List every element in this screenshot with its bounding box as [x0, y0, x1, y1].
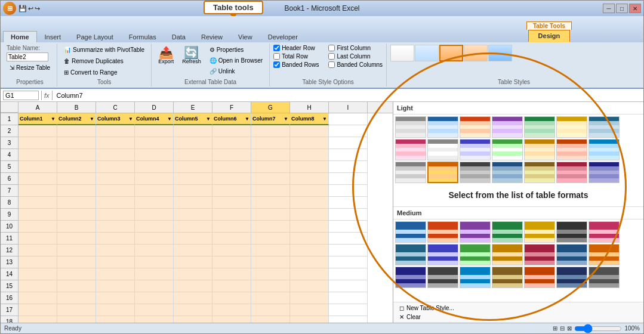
row-header-8[interactable]: 8: [1, 197, 18, 209]
cell-8-4[interactable]: [135, 197, 174, 209]
row-header-9[interactable]: 9: [1, 209, 18, 221]
first-column-check[interactable]: First Column: [328, 45, 383, 51]
col-header-E[interactable]: E: [174, 102, 212, 113]
ts-swatch[interactable]: [460, 116, 491, 138]
open-browser-btn[interactable]: 🌐 Open in Browser: [207, 55, 266, 66]
office-button[interactable]: ⊞: [3, 2, 16, 15]
ts-swatch[interactable]: [492, 267, 523, 288]
cell-7-9[interactable]: [329, 185, 368, 197]
cell-11-9[interactable]: [329, 233, 368, 245]
cell-4-2[interactable]: [57, 149, 96, 161]
cell-8-3[interactable]: [96, 197, 135, 209]
cell-16-3[interactable]: [96, 292, 135, 304]
cell-6-2[interactable]: [57, 173, 96, 185]
style-swatch-4[interactable]: [464, 45, 488, 61]
cell-11-1[interactable]: [19, 233, 57, 245]
tab-design[interactable]: Design: [528, 30, 571, 42]
tab-page-layout[interactable]: Page Layout: [69, 31, 121, 42]
cell-1-4[interactable]: Column4▼: [135, 113, 174, 125]
tab-data[interactable]: Data: [164, 31, 193, 42]
summarize-pivottable-btn[interactable]: 📊 Summarize with PivotTable: [61, 45, 147, 55]
cell-1-1[interactable]: Column1▼: [19, 113, 57, 125]
row-header-13[interactable]: 13: [1, 256, 18, 268]
cell-17-7[interactable]: [251, 304, 290, 316]
cell-14-1[interactable]: [19, 268, 57, 280]
row-header-12[interactable]: 12: [1, 245, 18, 256]
cell-10-4[interactable]: [135, 221, 174, 233]
cell-3-2[interactable]: [57, 137, 96, 149]
row-header-6[interactable]: 6: [1, 173, 18, 185]
cell-9-4[interactable]: [135, 209, 174, 221]
cell-14-5[interactable]: [174, 268, 212, 280]
undo-icon[interactable]: ↩: [28, 5, 33, 13]
cell-6-5[interactable]: [174, 173, 212, 185]
cell-15-6[interactable]: [212, 280, 251, 292]
cell-13-5[interactable]: [174, 256, 212, 268]
cell-2-7[interactable]: [251, 125, 290, 137]
cell-14-2[interactable]: [57, 268, 96, 280]
cell-16-6[interactable]: [212, 292, 251, 304]
col-header-H[interactable]: H: [290, 102, 329, 113]
cell-12-3[interactable]: [96, 245, 135, 256]
cell-9-3[interactable]: [96, 209, 135, 221]
normal-view-btn[interactable]: ⊞: [553, 325, 557, 332]
cell-11-6[interactable]: [212, 233, 251, 245]
row-header-7[interactable]: 7: [1, 185, 18, 197]
ts-swatch[interactable]: [395, 267, 426, 288]
col-header-F[interactable]: F: [212, 102, 251, 113]
cell-18-8[interactable]: [290, 316, 329, 323]
cell-9-1[interactable]: [19, 209, 57, 221]
style-swatch-selected[interactable]: [439, 45, 463, 61]
cell-2-4[interactable]: [135, 125, 174, 137]
cell-7-5[interactable]: [174, 185, 212, 197]
ts-swatch[interactable]: [556, 139, 587, 160]
cell-2-2[interactable]: [57, 125, 96, 137]
save-icon[interactable]: 💾: [19, 5, 27, 13]
cell-10-5[interactable]: [174, 221, 212, 233]
cell-14-7[interactable]: [251, 268, 290, 280]
cell-7-3[interactable]: [96, 185, 135, 197]
cell-18-5[interactable]: [174, 316, 212, 323]
cell-16-7[interactable]: [251, 292, 290, 304]
ts-swatch[interactable]: [524, 116, 555, 138]
cell-17-9[interactable]: [329, 304, 368, 316]
cell-11-3[interactable]: [96, 233, 135, 245]
cell-2-3[interactable]: [96, 125, 135, 137]
cell-6-6[interactable]: [212, 173, 251, 185]
cell-6-3[interactable]: [96, 173, 135, 185]
cell-17-6[interactable]: [212, 304, 251, 316]
cell-13-7[interactable]: [251, 256, 290, 268]
page-break-btn[interactable]: ⊠: [567, 325, 572, 332]
row-header-3[interactable]: 3: [1, 137, 18, 149]
ts-swatch[interactable]: [427, 139, 458, 160]
row-header-1[interactable]: 1: [1, 113, 18, 125]
ts-swatch[interactable]: [588, 116, 620, 138]
properties-btn[interactable]: ⚙ Properties: [207, 45, 266, 55]
cell-8-9[interactable]: [329, 197, 368, 209]
maximize-btn[interactable]: □: [616, 4, 628, 13]
cell-9-8[interactable]: [290, 209, 329, 221]
ts-swatch[interactable]: [395, 244, 426, 265]
cell-5-4[interactable]: [135, 161, 174, 173]
style-swatch-1[interactable]: [390, 45, 414, 61]
cell-11-2[interactable]: [57, 233, 96, 245]
cell-11-8[interactable]: [290, 233, 329, 245]
ts-swatch[interactable]: [427, 221, 458, 243]
row-header-17[interactable]: 17: [1, 304, 18, 316]
ts-swatch[interactable]: [524, 139, 555, 160]
remove-duplicates-btn[interactable]: 🗑 Remove Duplicates: [61, 56, 127, 66]
ts-swatch[interactable]: [556, 267, 587, 288]
table-name-input[interactable]: [7, 52, 48, 61]
cell-15-3[interactable]: [96, 280, 135, 292]
cell-15-9[interactable]: [329, 280, 368, 292]
cell-6-1[interactable]: [19, 173, 57, 185]
col-header-I[interactable]: I: [329, 102, 368, 113]
ts-swatch[interactable]: [460, 162, 491, 183]
cell-11-5[interactable]: [174, 233, 212, 245]
cell-12-5[interactable]: [174, 245, 212, 256]
cell-13-4[interactable]: [135, 256, 174, 268]
cell-12-6[interactable]: [212, 245, 251, 256]
cell-7-2[interactable]: [57, 185, 96, 197]
cell-9-7[interactable]: [251, 209, 290, 221]
formula-input[interactable]: [55, 91, 641, 100]
